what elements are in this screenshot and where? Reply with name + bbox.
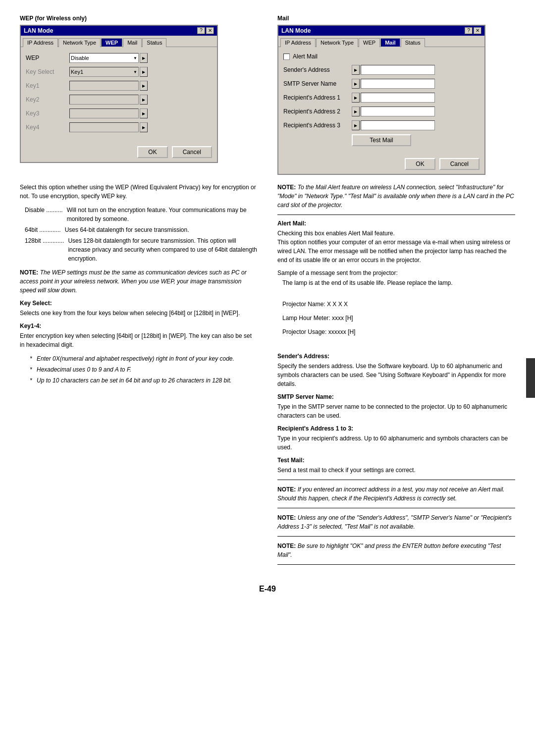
key3-input[interactable]: [69, 108, 139, 118]
key14-bullets: Enter 0X(numeral and alphabet respective…: [30, 354, 258, 385]
mail-dialog-body: Alert Mail Sender's Address ▶ SMTP Serve…: [278, 47, 484, 154]
alert-mail-label: Alert Mail: [293, 53, 357, 60]
smtp-server-field[interactable]: [361, 79, 435, 89]
mail-tab-mail[interactable]: Mail: [380, 38, 400, 47]
wep-field-label: WEP: [26, 54, 65, 61]
wep-128bit-keyword: 128bit .............: [25, 236, 64, 263]
recipient2-btn[interactable]: ▶: [352, 107, 360, 116]
alert-mail-body-desc: Checking this box enables Alert Mail fea…: [277, 229, 515, 265]
tab-status[interactable]: Status: [142, 38, 166, 47]
recipient1-row: Recipient's Address 1 ▶: [283, 93, 480, 103]
recipient-body-desc: Type in your recipient's address. Up to …: [277, 434, 515, 452]
mail-dialog-footer: OK Cancel: [278, 154, 484, 174]
wep-dropdown-btn[interactable]: ▶: [140, 53, 148, 63]
main-body: Select this option whether using the WEP…: [20, 183, 515, 570]
tab-network-type[interactable]: Network Type: [58, 38, 101, 47]
sample-lamp-hour: Lamp Hour Meter: xxxx [H]: [282, 314, 515, 323]
mail-tab-ip-address[interactable]: IP Address: [280, 38, 316, 47]
sample-projector-usage: Projector Usage: xxxxxx [H]: [282, 327, 515, 336]
wep-help-button[interactable]: ?: [197, 27, 205, 34]
alert-mail-body-title: Alert Mail:: [277, 220, 515, 227]
wep-close-button[interactable]: ✕: [206, 27, 214, 34]
recipient3-label: Recipient's Address 3: [283, 122, 348, 129]
mail-cancel-button[interactable]: Cancel: [439, 158, 480, 170]
mail-section-title: Mail: [277, 15, 515, 22]
page-content: WEP (for Wireless only) LAN Mode ? ✕ IP …: [20, 15, 515, 594]
wep-disable-keyword: Disable ..........: [25, 206, 63, 223]
bullet-item-1: Enter 0X(numeral and alphabet respective…: [30, 354, 258, 363]
wep-dialog-body: WEP Disable ▼ ▶ Key Select: [21, 47, 217, 142]
keyselect-dropdown[interactable]: Key1 ▼: [69, 67, 139, 77]
mail-note4: NOTE: Be sure to highlight "OK" and pres…: [277, 541, 515, 559]
wep-ok-button[interactable]: OK: [137, 146, 167, 158]
divider-5: [277, 564, 515, 565]
senders-address-field[interactable]: [361, 65, 435, 75]
recipient2-field[interactable]: [361, 107, 435, 116]
wep-dialog-title: LAN Mode: [24, 27, 53, 34]
key-select-title: Key Select:: [20, 300, 258, 307]
sample-projector-name: Projector Name: X X X X: [282, 300, 515, 309]
mail-tab-network-type[interactable]: Network Type: [316, 38, 358, 47]
recipient1-btn[interactable]: ▶: [352, 93, 360, 103]
wep-description: Select this option whether using the WEP…: [20, 183, 258, 201]
key1-field-label: Key1: [26, 82, 65, 89]
mail-close-button[interactable]: ✕: [474, 27, 482, 34]
mail-dialog: LAN Mode ? ✕ IP Address Network Type WEP…: [277, 25, 485, 175]
wep-section-title: WEP (for Wireless only): [20, 15, 258, 22]
wep-dialog-footer: OK Cancel: [21, 142, 217, 162]
key2-btn[interactable]: ▶: [140, 95, 148, 105]
main-right: NOTE: To the Mail Alert feature on wirel…: [277, 183, 515, 570]
wep-disable-desc: Will not turn on the encryption feature.…: [67, 206, 258, 223]
wep-dialog-titlebar: LAN Mode ? ✕: [21, 26, 217, 36]
wep-128bit-desc: Uses 128-bit datalength for secure trans…: [68, 236, 258, 263]
key2-field-input: ▶: [69, 95, 148, 105]
senders-address-body-title: Sender's Address:: [277, 353, 515, 360]
key4-field-input: ▶: [69, 122, 148, 132]
recipient1-field[interactable]: [361, 93, 435, 103]
key1-btn[interactable]: ▶: [140, 81, 148, 91]
recipient3-field[interactable]: [361, 120, 435, 130]
senders-address-btn[interactable]: ▶: [352, 65, 360, 75]
mail-help-button[interactable]: ?: [465, 27, 473, 34]
mail-dialog-title: LAN Mode: [281, 27, 311, 34]
tab-wep[interactable]: WEP: [101, 38, 122, 47]
recipient3-input: ▶: [352, 120, 435, 130]
key14-title: Key1-4:: [20, 323, 258, 329]
left-column: WEP (for Wireless only) LAN Mode ? ✕ IP …: [20, 15, 258, 175]
recipient-body-title: Recipient's Address 1 to 3:: [277, 425, 515, 432]
sample-title: Sample of a message sent from the projec…: [277, 270, 515, 276]
mail-note2: NOTE: If you entered an incorrect addres…: [277, 485, 515, 503]
mail-tab-wep[interactable]: WEP: [359, 38, 380, 47]
recipient3-btn[interactable]: ▶: [352, 120, 360, 130]
tab-ip-address[interactable]: IP Address: [23, 38, 58, 47]
test-mail-body-title: Test Mail:: [277, 457, 515, 464]
key14-desc: Enter encryption key when selecting [64b…: [20, 331, 258, 349]
key3-btn[interactable]: ▶: [140, 108, 148, 118]
key4-input[interactable]: [69, 122, 139, 132]
mail-note3: NOTE: Unless any one of the "Sender's Ad…: [277, 513, 515, 531]
wep-dropdown[interactable]: Disable ▼: [69, 53, 139, 63]
wep-dialog: LAN Mode ? ✕ IP Address Network Type WEP…: [20, 25, 218, 163]
alert-mail-checkbox[interactable]: [283, 54, 290, 60]
keyselect-dropdown-btn[interactable]: ▶: [140, 67, 148, 77]
mail-tab-status[interactable]: Status: [401, 38, 425, 47]
key1-input[interactable]: [69, 81, 139, 91]
keyselect-field-input: Key1 ▼ ▶: [69, 67, 148, 77]
wep-titlebar-buttons: ? ✕: [197, 27, 214, 34]
smtp-server-btn[interactable]: ▶: [352, 79, 360, 89]
smtp-server-input: ▶: [352, 79, 435, 89]
right-accent-bar: [526, 358, 535, 398]
key4-btn[interactable]: ▶: [140, 122, 148, 132]
senders-address-row: Sender's Address ▶: [283, 65, 480, 75]
keyselect-dropdown-arrow-icon: ▼: [133, 70, 137, 74]
mail-titlebar-buttons: ? ✕: [465, 27, 482, 34]
sample-line1: The lamp is at the end of its usable lif…: [282, 278, 515, 287]
test-mail-button[interactable]: Test Mail: [352, 134, 411, 146]
mail-ok-button[interactable]: OK: [405, 158, 435, 170]
tab-mail[interactable]: Mail: [123, 38, 142, 47]
senders-address-label: Sender's Address: [283, 66, 348, 73]
wep-64bit-item: 64bit ............. Uses 64-bit dataleng…: [25, 225, 258, 234]
wep-cancel-button[interactable]: Cancel: [172, 146, 212, 158]
key2-input[interactable]: [69, 95, 139, 105]
key-select-desc: Selects one key from the four keys below…: [20, 309, 258, 318]
